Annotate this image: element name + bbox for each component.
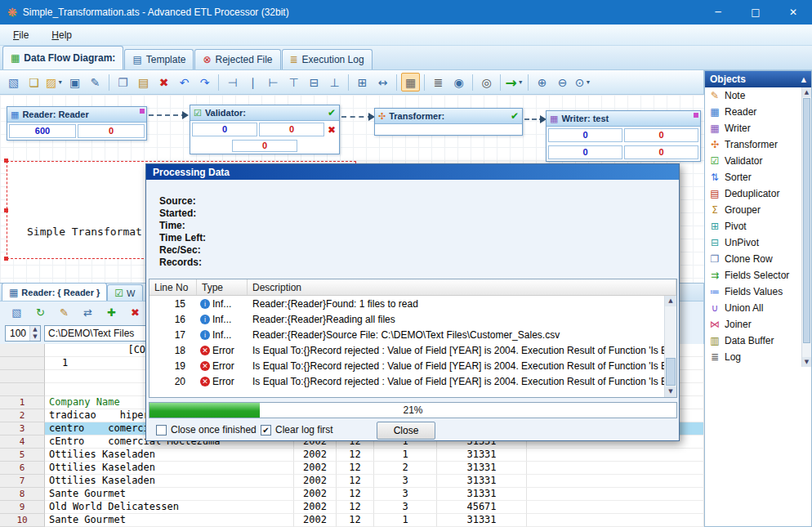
transformer-block[interactable]: ✣Transformer:✔ [374, 108, 523, 136]
undo-button[interactable]: ↶ [175, 73, 194, 92]
validator-block[interactable]: ☑Validator:✔ 0 0 ✖ 0 [190, 105, 340, 154]
transfer-button[interactable]: ⇄ [78, 303, 97, 322]
align-center-button[interactable]: ∣ [243, 73, 262, 92]
cell-year[interactable]: 2002 [294, 488, 337, 501]
snap-to-grid-button[interactable]: ▦ [401, 73, 420, 92]
object-pivot[interactable]: ⊞Pivot [705, 218, 811, 234]
align-left-button[interactable]: ⊣ [223, 73, 242, 92]
scroll-up-icon[interactable]: ▲ [802, 87, 811, 97]
same-size-button[interactable]: ⊞ [353, 73, 372, 92]
writer-block-header[interactable]: ▦Writer: test [547, 111, 700, 127]
tab-template[interactable]: ▤Template [124, 49, 194, 69]
properties-button[interactable]: ▧ [7, 303, 26, 322]
align-middle-button[interactable]: ⊟ [305, 73, 323, 92]
row-number[interactable]: 6 [0, 462, 45, 475]
row-number[interactable]: 1 [0, 396, 45, 409]
menu-help[interactable]: Help [48, 27, 75, 43]
cell-value[interactable]: 31331 [437, 514, 527, 527]
tab-writer-data[interactable]: ☑W [107, 284, 142, 301]
edit-button[interactable]: ✎ [55, 303, 74, 322]
dropdown-caret-icon[interactable]: ▼ [585, 79, 591, 85]
cell-value[interactable]: 31331 [437, 449, 527, 462]
object-union-all[interactable]: ∪Union All [705, 300, 811, 316]
cell-company[interactable]: Ottilies Kaseladen [45, 449, 294, 462]
object-reader[interactable]: ▦Reader [705, 104, 811, 120]
paste-button[interactable]: ▤ [134, 73, 153, 92]
row-header[interactable] [0, 370, 45, 383]
menu-file[interactable]: File [10, 27, 32, 43]
save-button[interactable]: ▣ [65, 73, 84, 92]
cell-month[interactable]: 12 [337, 449, 374, 462]
row-number[interactable]: 9 [0, 501, 45, 514]
align-bottom-button[interactable]: ⊥ [325, 73, 344, 92]
object-joiner[interactable]: ⋈Joiner [705, 316, 811, 333]
object-data-buffer[interactable]: ▥Data Buffer [705, 333, 811, 349]
row-header[interactable] [0, 344, 45, 357]
selection-handle[interactable] [4, 257, 8, 261]
object-writer[interactable]: ▦Writer [705, 120, 811, 136]
collapse-arrow-icon[interactable]: ▲ [801, 76, 806, 83]
scroll-up-icon[interactable]: ▲ [665, 296, 676, 306]
cell-month[interactable]: 12 [337, 488, 374, 501]
cell-day[interactable]: 3 [374, 475, 437, 488]
copy-button[interactable]: ❐ [114, 73, 132, 92]
tab-reader-data[interactable]: ▦Reader: { Reader } [2, 283, 107, 301]
row-number[interactable]: 3 [0, 422, 45, 435]
row-number[interactable]: 5 [0, 449, 45, 462]
validator-block-header[interactable]: ☑Validator:✔ [190, 105, 339, 121]
cell-company[interactable]: Ottilies Kaseladen [45, 475, 294, 488]
tab-data-flow-diagram[interactable]: ▦Data Flow Diagram: [2, 46, 123, 69]
transformer-block-header[interactable]: ✣Transformer:✔ [375, 109, 522, 124]
cell-value[interactable]: 31331 [437, 488, 527, 501]
row-number[interactable]: 4 [0, 435, 45, 449]
cell-month[interactable]: 12 [337, 501, 374, 514]
cell-day[interactable]: 3 [374, 501, 437, 514]
object-validator[interactable]: ☑Validator [705, 153, 811, 169]
delete-button[interactable]: ✖ [154, 73, 173, 92]
cell-day[interactable]: 3 [374, 488, 437, 501]
column-description[interactable]: Description [248, 279, 676, 295]
row-number[interactable]: 7 [0, 475, 45, 488]
dropdown-caret-icon[interactable]: ▼ [57, 79, 63, 85]
clear-log-first-checkbox[interactable]: ✔ Clear log first [261, 424, 333, 435]
reader-block[interactable]: ▦Reader: Reader 600 0 [7, 106, 147, 141]
zoom-out-button[interactable]: ⊖ [553, 73, 572, 92]
scroll-thumb[interactable] [666, 358, 676, 386]
log-row[interactable]: 20✕ErrorIs Equal To:{}Record rejected : … [149, 373, 676, 389]
cell-month[interactable]: 12 [337, 462, 374, 475]
object-fields-values[interactable]: ≔Fields Values [705, 284, 811, 300]
close-dialog-button[interactable]: Close [377, 422, 435, 440]
row-header[interactable] [0, 357, 45, 370]
row-number[interactable]: 10 [0, 514, 45, 527]
object-fields-selector[interactable]: ⇉Fields Selector [705, 267, 811, 284]
cell-year[interactable]: 2002 [294, 449, 337, 462]
cell-company[interactable]: Ottilies Kaseladen [45, 462, 294, 475]
object-grouper[interactable]: ΣGrouper [705, 202, 811, 218]
selection-handle[interactable] [4, 159, 8, 163]
scroll-down-icon[interactable]: ▼ [802, 357, 811, 367]
dropdown-caret-icon[interactable]: ▼ [518, 79, 524, 85]
column-line-no[interactable]: Line No [149, 279, 197, 295]
object-clone-row[interactable]: ❐Clone Row [705, 251, 811, 267]
cell-company[interactable]: Sante Gourmet [45, 514, 294, 527]
new-button[interactable]: ❏ [25, 73, 43, 92]
cell-value[interactable]: 31331 [437, 475, 527, 488]
cell-company[interactable]: Old World Delicatessen [45, 501, 294, 514]
spin-down-icon[interactable]: ▼ [30, 333, 40, 341]
object-log[interactable]: ≣Log [705, 349, 811, 365]
object-unpivot[interactable]: ⊟UnPivot [705, 234, 811, 251]
objects-panel-header[interactable]: Objects▲ [705, 71, 811, 87]
zoom-in-button[interactable]: ⊕ [533, 73, 551, 92]
writer-block[interactable]: ▦Writer: test 0 0 0 0 [546, 110, 701, 162]
remove-button[interactable]: ✖ [126, 303, 145, 322]
log-row[interactable]: 16iInf...Reader:{Reader}Reading all file… [149, 311, 676, 327]
close-button[interactable]: ✕ [774, 0, 812, 25]
cell-company[interactable]: Sante Gourmet [45, 488, 294, 501]
object-deduplicator[interactable]: ▤Deduplicator [705, 185, 811, 202]
column-type[interactable]: Type [197, 279, 248, 295]
cell-value[interactable]: 31331 [437, 462, 527, 475]
print-button[interactable]: ≣ [429, 73, 448, 92]
cell-month[interactable]: 12 [337, 475, 374, 488]
tab-execution-log[interactable]: ≣Execution Log [282, 49, 373, 69]
spin-up-icon[interactable]: ▲ [30, 326, 40, 333]
